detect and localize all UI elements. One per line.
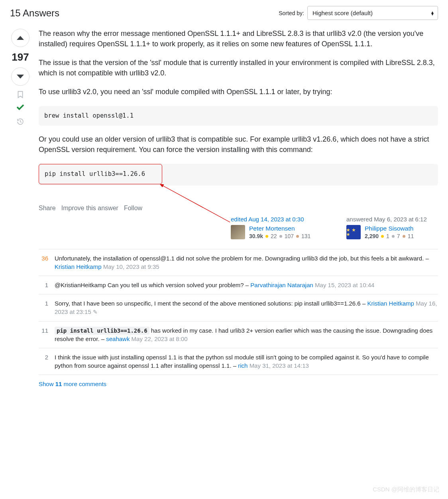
gold-badge-icon bbox=[381, 235, 384, 238]
author-card: answered May 6, 2023 at 6:12 Philippe Si… bbox=[346, 216, 438, 239]
avatar[interactable] bbox=[231, 225, 245, 239]
comment-time: May 15, 2023 at 10:44 bbox=[315, 282, 374, 288]
comment-body: Sorry, that I have been so unspecific, I… bbox=[55, 299, 438, 316]
comment-score: 36 bbox=[39, 254, 48, 271]
silver-badge-icon bbox=[392, 235, 395, 238]
comment-row: 11pip install urllib3==1.26.6 has worked… bbox=[39, 321, 438, 348]
avatar[interactable] bbox=[346, 225, 361, 239]
bronze-badge-icon bbox=[296, 235, 299, 238]
comment-time: May 10, 2023 at 9:35 bbox=[103, 263, 159, 270]
comment-author[interactable]: Kristian Heitkamp bbox=[367, 300, 414, 307]
sort-label: Sorted by: bbox=[279, 10, 304, 16]
comment-author[interactable]: Parvathirajan Natarajan bbox=[250, 282, 313, 288]
sort-select[interactable]: Highest score (default) ▲▼ bbox=[307, 6, 438, 20]
comment-body: pip install urllib3==1.26.6 has worked i… bbox=[55, 326, 438, 343]
editor-card: edited Aug 14, 2023 at 0:30 Peter Morten… bbox=[231, 216, 322, 239]
sort-control: Sorted by: Highest score (default) ▲▼ bbox=[279, 6, 438, 20]
comment-body: Unfortunately, the installation of opens… bbox=[55, 254, 438, 271]
comment-score: 2 bbox=[39, 353, 48, 370]
editor-reputation: 30.9k 22 107 131 bbox=[249, 233, 310, 239]
comment-author[interactable]: rich bbox=[238, 362, 248, 369]
answered-timestamp: answered May 6, 2023 at 6:12 bbox=[346, 216, 438, 223]
comment-time: May 31, 2023 at 14:13 bbox=[250, 362, 309, 369]
silver-badge-icon bbox=[279, 235, 282, 238]
follow-link[interactable]: Follow bbox=[124, 205, 142, 212]
code-block[interactable]: brew install openssl@1.1 bbox=[39, 106, 438, 126]
gold-badge-icon bbox=[265, 235, 268, 238]
show-more-comments[interactable]: Show 11 more comments bbox=[39, 375, 438, 393]
inline-code: pip install urllib3==1.26.6 bbox=[55, 327, 149, 335]
comment-row: 36Unfortunately, the installation of ope… bbox=[39, 249, 438, 276]
comment-row: 2I think the issue with just installing … bbox=[39, 348, 438, 375]
comment-author[interactable]: seahawk bbox=[106, 335, 130, 342]
answer-paragraph: Or you could use an older version of url… bbox=[39, 134, 438, 155]
vote-score: 197 bbox=[12, 51, 29, 63]
comment-body: @KristianHeitkamp Can you tell us which … bbox=[55, 281, 438, 289]
comment-row: 1@KristianHeitkamp Can you tell us which… bbox=[39, 276, 438, 294]
editor-name[interactable]: Peter Mortensen bbox=[249, 225, 310, 232]
answer-paragraph: The issue is that the version of the 'ss… bbox=[39, 58, 438, 78]
sort-value: Highest score (default) bbox=[312, 10, 373, 16]
comment-row: 1Sorry, that I have been so unspecific, … bbox=[39, 294, 438, 321]
code-block-highlighted[interactable]: pip install urllib3==1.26.6 bbox=[39, 164, 162, 185]
upvote-button[interactable] bbox=[11, 29, 29, 47]
share-link[interactable]: Share bbox=[39, 205, 56, 212]
bookmark-button[interactable] bbox=[16, 90, 25, 99]
triangle-down-icon bbox=[17, 75, 24, 79]
pencil-icon: ✎ bbox=[93, 309, 98, 315]
timeline-button[interactable] bbox=[16, 117, 25, 126]
triangle-up-icon bbox=[17, 36, 24, 40]
chevron-sort-icon: ▲▼ bbox=[430, 11, 434, 15]
author-reputation: 2,290 1 7 11 bbox=[365, 233, 414, 239]
accepted-answer-icon bbox=[16, 103, 25, 113]
comment-time: May 22, 2023 at 8:00 bbox=[132, 335, 188, 342]
comment-score: 1 bbox=[39, 299, 48, 316]
downvote-button[interactable] bbox=[11, 67, 29, 86]
edited-timestamp[interactable]: edited Aug 14, 2023 at 0:30 bbox=[231, 216, 322, 223]
author-name[interactable]: Philippe Sisowath bbox=[365, 225, 414, 232]
comment-score: 11 bbox=[39, 326, 48, 343]
comment-author[interactable]: Kristian Heitkamp bbox=[55, 263, 102, 270]
comment-body: I think the issue with just installing o… bbox=[55, 353, 438, 370]
watermark-text: CSDN @阿维的博客日记 bbox=[373, 486, 439, 493]
comment-score: 1 bbox=[39, 281, 48, 289]
bronze-badge-icon bbox=[403, 235, 405, 238]
answer-paragraph: To use urllib3 v2.0, you need an 'ssl' m… bbox=[39, 87, 438, 97]
improve-answer-link[interactable]: Improve this answer bbox=[61, 205, 118, 212]
answers-heading: 15 Answers bbox=[10, 8, 59, 19]
history-icon bbox=[16, 118, 24, 126]
answer-paragraph: The reason why the error message mention… bbox=[39, 29, 438, 49]
bookmark-icon bbox=[16, 91, 24, 99]
